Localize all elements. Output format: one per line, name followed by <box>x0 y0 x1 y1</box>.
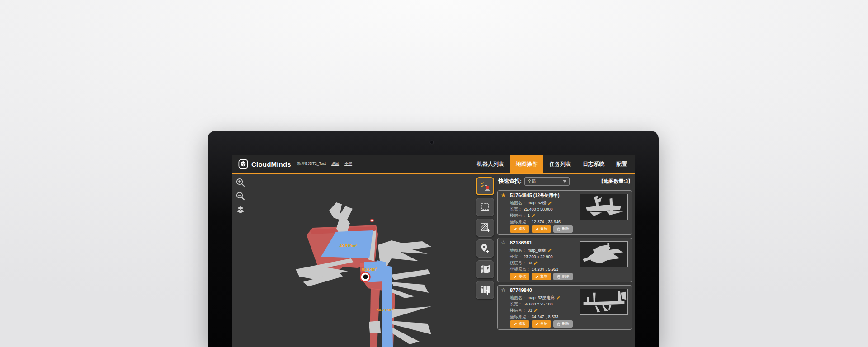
floor-value: 33 <box>528 308 532 313</box>
map-size-value: 23.200 x 22.900 <box>524 254 553 259</box>
cloudminds-logo-icon <box>238 159 248 169</box>
copy-button[interactable]: 复制 <box>532 273 551 280</box>
nav-item-robot-list[interactable]: 机器人列表 <box>471 155 510 173</box>
edit-button[interactable]: 修改 <box>510 273 529 280</box>
map-marker-button[interactable] <box>476 260 494 278</box>
pencil-icon <box>514 275 517 278</box>
favorite-star[interactable]: ★ <box>501 192 506 198</box>
map-id: 51764845 <box>510 192 532 198</box>
map-card: ☆ 82186961 地图名： map_腿腿 长宽： 23.200 x 22.9… <box>497 238 632 282</box>
poi-marker[interactable] <box>361 272 370 282</box>
main-content: 40.519m² 8.614m² 80.215m² <box>232 174 635 347</box>
favorite-star[interactable]: ☆ <box>501 239 506 246</box>
map-thumbnail[interactable] <box>580 241 628 267</box>
field-label: 楼层号： <box>510 308 526 314</box>
edit-button[interactable]: 修改 <box>510 225 529 233</box>
map-thumbnail[interactable] <box>580 289 628 315</box>
pencil-icon <box>514 227 517 231</box>
map-id: 82186961 <box>510 240 532 245</box>
add-region-icon <box>479 222 491 234</box>
field-label: 楼层号： <box>510 213 526 219</box>
area-label: 40.519m² <box>340 244 357 248</box>
map-zoom-tools <box>236 178 245 215</box>
field-label: 地图名： <box>510 200 526 206</box>
field-label: 坐标原点： <box>510 314 530 320</box>
welcome-text: 欢迎BJDT2_Test <box>297 161 326 167</box>
map-size-value: 25.400 x 50.000 <box>524 207 553 211</box>
map-count-badge: 【地图数量:3】 <box>599 178 633 185</box>
map-size-value: 56.600 x 25.100 <box>524 302 553 306</box>
map-card-title: 51764845 (12号使用中) <box>510 192 560 199</box>
map-with-pin-icon <box>479 263 491 275</box>
edit-button[interactable]: 修改 <box>510 320 529 328</box>
app-header: CloudMinds 欢迎BJDT2_Test 退出 全屏 机器人列表 地图操作… <box>232 155 635 174</box>
edit-pencil-icon[interactable] <box>533 261 538 265</box>
field-label: 长宽： <box>510 206 522 212</box>
edit-pencil-icon[interactable] <box>533 308 538 313</box>
task-points-button[interactable] <box>476 177 494 195</box>
map-usage-badge: (12号使用中) <box>532 193 560 198</box>
map-thumbnail[interactable] <box>580 194 628 220</box>
field-label: 坐标原点： <box>510 267 530 272</box>
map-card-title: 87749840 <box>510 287 532 293</box>
add-point-button[interactable] <box>476 239 494 258</box>
layers-button[interactable] <box>236 205 245 215</box>
delete-button[interactable]: 删除 <box>553 320 573 328</box>
field-label: 长宽： <box>510 254 522 260</box>
zoom-in-icon <box>236 178 245 188</box>
favorite-star[interactable]: ☆ <box>501 287 506 293</box>
nav-item-log-system[interactable]: 日志系统 <box>577 155 610 173</box>
logout-link[interactable]: 退出 <box>331 161 339 167</box>
pencil-icon <box>514 322 517 326</box>
field-label: 地图名： <box>510 248 526 253</box>
map-thumbnail-image <box>580 242 627 267</box>
area-label: 80.215m² <box>377 308 394 312</box>
nav-item-task-list[interactable]: 任务列表 <box>543 155 577 173</box>
pencil-icon <box>535 322 539 326</box>
layers-icon <box>236 205 245 215</box>
add-virtual-wall-button[interactable] <box>476 219 494 237</box>
area-label: 8.614m² <box>362 267 377 272</box>
map-name-value: map_33层走廊 <box>528 295 555 301</box>
edit-pencil-icon[interactable] <box>531 213 536 218</box>
map-card-title: 82186961 <box>510 240 532 245</box>
filter-selected-value: 全部 <box>528 178 536 184</box>
map-thumbnail-image <box>580 289 627 314</box>
filter-row: 快速查找: 全部 【地图数量:3】 <box>498 177 633 186</box>
trash-icon <box>557 227 561 231</box>
upload-map-icon <box>479 284 491 296</box>
origin-value: 12.874，33.946 <box>532 219 561 225</box>
zoom-in-button[interactable] <box>236 178 245 188</box>
field-label: 长宽： <box>510 301 522 307</box>
map-card: ☆ 87749840 地图名： map_33层走廊 长宽： 56.600 x 2… <box>497 285 632 330</box>
map-card: ★ 51764845 (12号使用中) 地图名： map_33楼 长宽： 25.… <box>497 190 632 235</box>
edit-pencil-icon[interactable] <box>548 201 552 205</box>
delete-button[interactable]: 删除 <box>553 225 573 233</box>
edit-pencil-icon[interactable] <box>547 248 552 253</box>
floor-value: 1 <box>528 213 530 218</box>
trash-icon <box>557 275 561 279</box>
delete-button[interactable]: 删除 <box>553 273 573 280</box>
trash-icon <box>557 322 561 326</box>
edit-pencil-icon[interactable] <box>556 295 561 300</box>
page-background: CloudMinds 欢迎BJDT2_Test 退出 全屏 机器人列表 地图操作… <box>0 0 868 347</box>
map-edit-toolbar <box>476 177 494 299</box>
main-nav: 机器人列表 地图操作 任务列表 日志系统 配置 <box>471 155 635 173</box>
measure-area-button[interactable] <box>476 198 494 216</box>
nav-item-map-operations[interactable]: 地图操作 <box>510 155 543 173</box>
zoom-out-button[interactable] <box>236 191 245 201</box>
map-id: 87749840 <box>510 287 532 293</box>
app-screen: CloudMinds 欢迎BJDT2_Test 退出 全屏 机器人列表 地图操作… <box>232 155 635 347</box>
waypoint-dot[interactable] <box>371 219 373 222</box>
map-filter-select[interactable]: 全部 <box>524 177 570 186</box>
copy-button[interactable]: 复制 <box>532 225 551 233</box>
chevron-down-icon <box>563 180 566 183</box>
copy-button[interactable]: 复制 <box>532 320 551 328</box>
fullscreen-link[interactable]: 全屏 <box>344 161 352 167</box>
upload-map-button[interactable] <box>476 281 494 299</box>
zoom-out-icon <box>236 191 245 201</box>
nav-item-config[interactable]: 配置 <box>610 155 633 173</box>
add-pin-icon <box>479 243 491 254</box>
pencil-icon <box>535 275 539 278</box>
map-name-value: map_腿腿 <box>528 248 546 253</box>
